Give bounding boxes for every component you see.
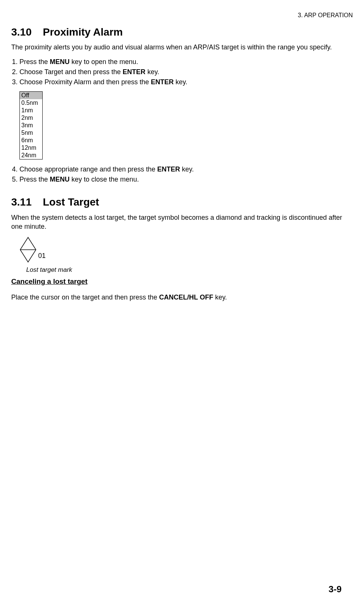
step-text: Press the: [19, 58, 50, 66]
steps-list-1: Press the MENU key to open the menu. Cho…: [11, 57, 353, 87]
step-text: key to open the menu.: [70, 58, 138, 66]
step-bold: MENU: [50, 58, 70, 66]
step-4: Choose appropriate range and then press …: [19, 165, 353, 174]
body-bold: CANCEL/HL OFF: [159, 294, 213, 301]
step-2: Choose Target and then press the ENTER k…: [19, 67, 353, 76]
step-3: Choose Proximity Alarm and then press th…: [19, 77, 353, 86]
menu-item: 24nm: [20, 152, 42, 159]
menu-item: 0.5nm: [20, 99, 42, 107]
section-3-11-intro: When the system detects a lost target, t…: [11, 213, 353, 231]
step-bold: ENTER: [151, 78, 174, 86]
section-3-10-title: 3.10Proximity Alarm: [11, 25, 353, 39]
step-5: Press the MENU key to close the menu.: [19, 175, 353, 184]
page-number: 3-9: [328, 583, 342, 595]
menu-item: 1nm: [20, 107, 42, 114]
page: 3. ARP OPERATION 3.10Proximity Alarm The…: [11, 11, 353, 603]
step-1: Press the MENU key to open the menu.: [19, 57, 353, 66]
section-number: 3.11: [11, 196, 32, 208]
cancel-lost-target-body: Place the cursor on the target and then …: [11, 293, 353, 302]
menu-item: 5nm: [20, 129, 42, 137]
diamond-label: 01: [38, 251, 46, 260]
step-text: Choose appropriate range and then press …: [19, 165, 157, 173]
section-3-11-title: 3.11Lost Target: [11, 195, 353, 209]
section-3-10-intro: The proximity alerts you by audio and vi…: [11, 43, 353, 52]
menu-item: 2nm: [20, 114, 42, 122]
range-options-menu: Off 0.5nm 1nm 2nm 3nm 5nm 6nm 12nm 24nm: [19, 91, 43, 159]
step-text: Choose Proximity Alarm and then press th…: [19, 78, 151, 86]
section-number: 3.10: [11, 26, 32, 38]
steps-list-2: Choose appropriate range and then press …: [11, 165, 353, 184]
menu-item: 6nm: [20, 137, 42, 144]
step-bold: ENTER: [123, 68, 146, 76]
step-bold: MENU: [50, 176, 70, 183]
section-name: Lost Target: [43, 196, 99, 208]
step-text: Press the: [19, 176, 50, 183]
lost-target-figure: 01: [19, 237, 353, 263]
diamond-icon: [19, 237, 37, 263]
menu-item: 3nm: [20, 122, 42, 129]
menu-item: 12nm: [20, 144, 42, 152]
cancel-lost-target-heading: Canceling a lost target: [11, 277, 353, 286]
step-bold: ENTER: [157, 165, 180, 173]
figure-caption: Lost target mark: [26, 266, 353, 274]
step-text: key.: [174, 78, 187, 86]
body-text: key.: [213, 294, 227, 301]
body-text: Place the cursor on the target and then …: [11, 294, 159, 301]
section-name: Proximity Alarm: [43, 26, 123, 38]
menu-item-off: Off: [20, 92, 42, 99]
step-text: key.: [180, 165, 194, 173]
step-text: Choose Target and then press the: [19, 68, 123, 76]
step-text: key to close the menu.: [70, 176, 139, 183]
step-text: key.: [146, 68, 159, 76]
chapter-header: 3. ARP OPERATION: [11, 11, 353, 19]
